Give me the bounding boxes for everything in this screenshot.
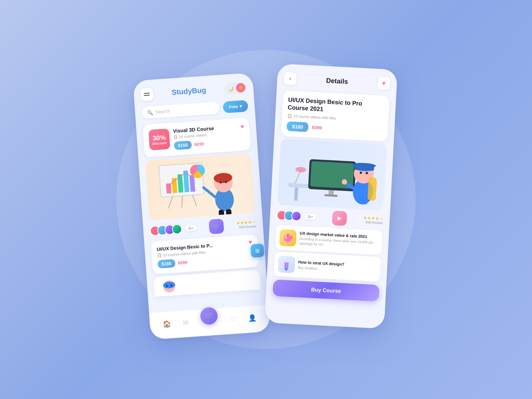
- current-price: $150: [174, 141, 192, 150]
- favorite-button[interactable]: ♥: [377, 77, 391, 90]
- add-to-cart-button[interactable]: 🛒: [208, 219, 224, 234]
- svg-rect-51: [285, 260, 289, 263]
- logo-text-blue: Bug: [192, 86, 206, 95]
- cart-icon: 🛒: [204, 311, 214, 321]
- heart-icon[interactable]: ♥: [240, 123, 244, 130]
- blog-card-2[interactable]: How to strat UX design? Buy Guidline...: [274, 251, 381, 282]
- rating-row: ★★★★☆ 568 Review: [236, 219, 257, 229]
- hamburger-button[interactable]: [140, 87, 154, 101]
- right-phone: ‹ Details ♥ UI/UX Design Besic to Pro Co…: [264, 64, 397, 329]
- svg-rect-23: [294, 188, 298, 201]
- free-arrow: ▾: [239, 103, 242, 108]
- card-meta-text: 14 course videos: [179, 133, 206, 139]
- hamburger-line-1: [144, 93, 150, 94]
- det-avatar-3: [291, 211, 302, 221]
- nav-home[interactable]: 🏠: [162, 320, 171, 328]
- nav-mail[interactable]: ✉: [183, 319, 189, 327]
- blog-thumb-1: [279, 229, 297, 247]
- det-student-count: 2k+: [305, 214, 316, 220]
- student-count: 2k+: [185, 225, 197, 231]
- theme-toggle[interactable]: 🌙 ☀️: [224, 81, 247, 95]
- buy-course-button[interactable]: Buy Course: [273, 279, 380, 302]
- avatar-group: [150, 224, 180, 236]
- details-course-card: UI/UX Design Besic to Pro Course 2021 📋 …: [281, 90, 390, 141]
- partial-char-svg: [159, 279, 180, 297]
- blog-thumb-2: [278, 256, 295, 273]
- discount-label: Discount: [152, 141, 167, 145]
- page-title: Details: [326, 76, 348, 85]
- svg-rect-28: [324, 194, 337, 197]
- nav-heart[interactable]: ♡: [230, 315, 237, 324]
- illustration-svg: [145, 154, 255, 220]
- svg-rect-41: [367, 177, 377, 201]
- hamburger-line-2: [144, 95, 150, 96]
- logo-text-black: Study: [171, 87, 192, 96]
- card-info: Visual 3D Course 📋 14 course videos $150…: [173, 123, 245, 150]
- svg-rect-16: [218, 209, 224, 220]
- heart-filled-icon: ♥: [382, 80, 386, 87]
- details-stats-row: 2k+ ▶ ★★★★☆ 568 Review: [276, 207, 383, 228]
- video-icon: 📋: [173, 135, 178, 139]
- svg-marker-50: [284, 268, 288, 271]
- pencil-svg: [280, 257, 294, 271]
- mail-icon: ✉: [183, 319, 189, 327]
- svg-point-30: [295, 167, 306, 173]
- price-row: $150 $230: [174, 137, 245, 150]
- svg-line-15: [203, 187, 215, 198]
- details-old-price: $280: [312, 125, 322, 131]
- featured-course-card[interactable]: 30% Discount Visual 3D Course 📋 14 cours…: [143, 117, 251, 157]
- free-label: Free: [229, 104, 238, 109]
- right-header: ‹ Details ♥: [277, 64, 397, 94]
- svg-rect-1: [166, 183, 171, 194]
- course2-old-price: $280: [178, 260, 188, 265]
- details-video-icon: 📋: [287, 114, 292, 118]
- svg-line-7: [168, 196, 173, 208]
- svg-rect-46: [287, 234, 289, 234]
- back-button[interactable]: ‹: [284, 72, 297, 85]
- filter-button[interactable]: ⊞: [250, 243, 265, 258]
- phones-container: StudyBug 🌙 ☀️ 🔍 Search Free ▾ 30% Discou…: [141, 70, 391, 329]
- details-avatar-group: [277, 210, 299, 221]
- blog-2-content: How to strat UX design? Buy Guidline...: [298, 260, 377, 274]
- heart-nav-icon: ♡: [230, 315, 237, 324]
- sun-button[interactable]: ☀️: [236, 83, 246, 93]
- search-bar[interactable]: 🔍 Search: [141, 102, 220, 119]
- search-icon: 🔍: [147, 110, 153, 115]
- svg-rect-17: [226, 209, 232, 219]
- blog-card-1[interactable]: UX design market value & rate 2021 Accor…: [275, 225, 382, 255]
- search-placeholder: Search: [155, 108, 170, 115]
- moon-button[interactable]: 🌙: [226, 83, 236, 93]
- det-rating-row: ★★★★☆ 568 Review: [363, 215, 383, 225]
- blog-1-content: UX design market value & rate 2021 Accor…: [299, 231, 378, 250]
- home-icon: 🏠: [162, 320, 171, 328]
- left-phone: StudyBug 🌙 ☀️ 🔍 Search Free ▾ 30% Discou…: [133, 72, 271, 339]
- svg-rect-45: [287, 234, 289, 236]
- details-avatar-stats: 2k+: [277, 210, 316, 222]
- avatar-stats: 2k+: [150, 223, 197, 236]
- nav-profile[interactable]: 👤: [248, 314, 257, 322]
- back-arrow-icon: ‹: [289, 75, 291, 81]
- old-price: $230: [194, 141, 204, 147]
- course-illustration: [145, 153, 255, 220]
- details-price: $180: [287, 121, 309, 132]
- discount-percent: 30%: [152, 133, 166, 142]
- course2-meta-text: 23 course videos with files: [163, 250, 206, 257]
- svg-line-8: [181, 196, 183, 207]
- review-count: 568 Review: [239, 224, 256, 229]
- piggy-bank-svg: [281, 231, 295, 245]
- discount-badge: 30% Discount: [148, 128, 170, 150]
- user-icon: 👤: [248, 314, 257, 322]
- details-illustration: [277, 139, 387, 210]
- details-price-row: $180 $280: [287, 121, 383, 136]
- details-course-title: UI/UX Design Besic to Pro Course 2021: [288, 96, 384, 117]
- det-review-count: 568 Review: [365, 220, 383, 225]
- course2-price: $180: [157, 259, 176, 269]
- nav-cart-fab[interactable]: 🛒: [200, 307, 218, 325]
- free-filter-button[interactable]: Free ▾: [222, 100, 248, 113]
- app-logo: StudyBug: [171, 86, 206, 97]
- partial-card: [153, 269, 261, 297]
- play-button[interactable]: ▶: [332, 210, 347, 226]
- details-svg: [277, 139, 387, 209]
- second-course-card[interactable]: ♥ UI/UX Design Besic to P... 📋 23 course…: [151, 234, 259, 274]
- video-icon-2: 📋: [157, 253, 162, 258]
